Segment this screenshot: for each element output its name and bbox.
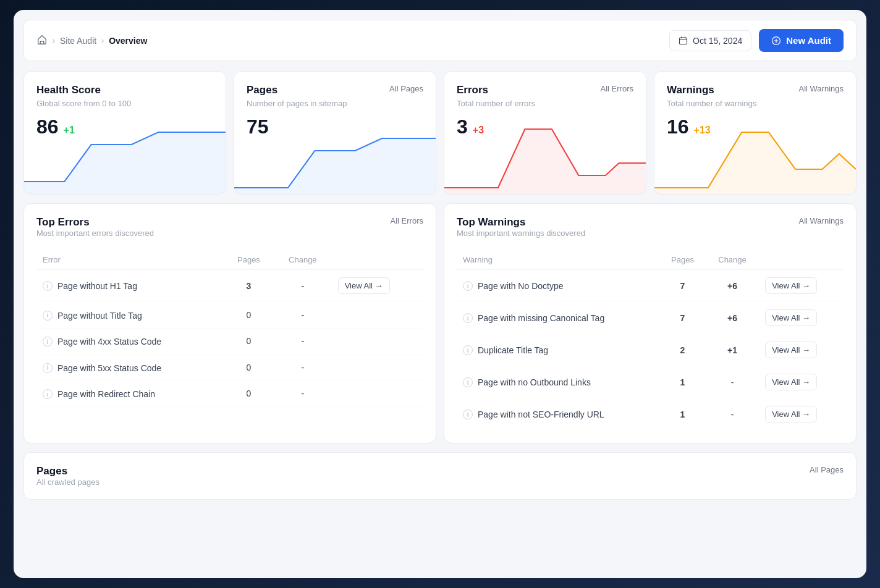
pages-link[interactable]: All Pages [389, 84, 423, 93]
info-icon: i [463, 281, 473, 291]
error-pages-cell: 0 [224, 302, 274, 329]
view-all-button[interactable]: View All → [765, 309, 817, 326]
table-row: i Page with 4xx Status Code 0 - [36, 328, 423, 355]
warning-action-cell: View All → [759, 398, 844, 430]
pages-section-header: Pages All crawled pages All Pages [36, 465, 844, 487]
warning-change-cell: +6 [706, 270, 759, 302]
warning-name: Duplicate Title Tag [478, 345, 548, 355]
health-score-chart [24, 120, 226, 194]
info-icon: i [43, 281, 53, 291]
warning-action-cell: View All → [759, 270, 844, 302]
warning-action-cell: View All → [759, 334, 844, 366]
warnings-col-warning: Warning [457, 250, 659, 270]
top-errors-section: Top Errors Most important errors discove… [23, 203, 436, 443]
errors-col-change: Change [274, 250, 332, 270]
health-score-header: Health Score [36, 84, 213, 96]
pages-subtitle: Number of pages in sitemap [247, 99, 423, 108]
warnings-card: Warnings All Warnings Total number of wa… [654, 71, 857, 195]
error-pages-cell: 0 [224, 380, 274, 407]
warning-pages-cell: 7 [659, 270, 706, 302]
header-right: Oct 15, 2024 New Audit [669, 29, 844, 52]
error-pages-cell: 0 [224, 355, 274, 381]
info-icon: i [43, 363, 53, 373]
warning-name-cell: i Page with missing Canonical Tag [457, 302, 659, 334]
warning-pages-cell: 1 [659, 366, 706, 398]
warning-pages-cell: 1 [659, 398, 706, 430]
table-row: i Page with not SEO-Friendly URL 1 - Vie… [457, 398, 844, 430]
svg-marker-5 [654, 132, 856, 194]
info-icon: i [463, 377, 473, 387]
view-all-button[interactable]: View All → [765, 277, 817, 294]
view-all-button[interactable]: View All → [338, 277, 390, 294]
warnings-title: Warnings [667, 84, 714, 96]
warning-change-cell: - [706, 366, 759, 398]
pages-section-link[interactable]: All Pages [810, 465, 844, 474]
top-warnings-header: Top Warnings Most important warnings dis… [457, 216, 844, 248]
top-warnings-title: Top Warnings [457, 216, 585, 229]
view-all-button[interactable]: View All → [765, 374, 817, 390]
table-row: i Page without H1 Tag 3 - View All → [36, 270, 423, 302]
warning-name: Page with missing Canonical Tag [478, 313, 604, 323]
pages-title: Pages [247, 84, 277, 96]
header: › Site Audit › Overview Oct 15, 2024 New… [23, 20, 857, 61]
error-change-cell: - [274, 328, 332, 355]
table-row: i Page with Redirect Chain 0 - [36, 380, 423, 407]
error-name-cell: i Page with 4xx Status Code [36, 328, 224, 355]
errors-col-pages: Pages [224, 250, 274, 270]
error-change-cell: - [274, 355, 332, 381]
pages-header: Pages All Pages [247, 84, 423, 96]
warnings-link[interactable]: All Warnings [799, 84, 844, 93]
info-icon: i [43, 311, 53, 321]
errors-table: Error Pages Change i Page without H1 Tag… [36, 250, 423, 407]
site-audit-link[interactable]: Site Audit [60, 36, 96, 46]
info-icon: i [463, 410, 473, 419]
errors-title: Errors [457, 84, 488, 96]
new-audit-button[interactable]: New Audit [759, 29, 844, 52]
top-warnings-link[interactable]: All Warnings [799, 216, 844, 225]
health-score-subtitle: Global score from 0 to 100 [36, 99, 213, 108]
errors-subtitle: Total number of errors [457, 99, 633, 108]
error-action-cell: View All → [332, 270, 423, 302]
top-errors-header: Top Errors Most important errors discove… [36, 216, 423, 248]
warnings-subtitle: Total number of warnings [667, 99, 844, 108]
table-row: i Page with No Doctype 7 +6 View All → [457, 270, 844, 302]
warning-name: Page with no Outbound Links [478, 377, 591, 387]
view-all-button[interactable]: View All → [765, 406, 817, 422]
warning-name: Page with not SEO-Friendly URL [478, 410, 604, 419]
error-name-cell: i Page without Title Tag [36, 302, 224, 329]
pages-section-title: Pages [36, 465, 99, 477]
new-audit-icon [771, 36, 781, 46]
warnings-header: Warnings All Warnings [667, 84, 844, 96]
error-action-cell [332, 380, 423, 407]
pages-chart [234, 120, 436, 194]
top-errors-link[interactable]: All Errors [391, 216, 423, 225]
pages-section-subtitle: All crawled pages [36, 477, 99, 487]
info-icon: i [43, 389, 53, 399]
warning-action-cell: View All → [759, 366, 844, 398]
error-name-cell: i Page with 5xx Status Code [36, 355, 224, 381]
health-score-card: Health Score Global score from 0 to 100 … [23, 71, 226, 195]
warning-pages-cell: 7 [659, 302, 706, 334]
warning-change-cell: - [706, 398, 759, 430]
svg-marker-4 [444, 129, 646, 194]
errors-link[interactable]: All Errors [601, 84, 633, 93]
warnings-chart [654, 120, 856, 194]
error-name: Page without H1 Tag [57, 281, 137, 291]
warning-change-cell: +6 [706, 302, 759, 334]
home-icon[interactable] [36, 34, 48, 47]
error-change-cell: - [274, 270, 332, 302]
error-change-cell: - [274, 302, 332, 329]
breadcrumb-sep-1: › [53, 36, 55, 45]
error-name: Page without Title Tag [57, 311, 142, 321]
warning-name-cell: i Duplicate Title Tag [457, 334, 659, 366]
metric-cards-row: Health Score Global score from 0 to 100 … [23, 71, 857, 195]
svg-marker-3 [234, 138, 436, 194]
error-action-cell [332, 302, 423, 329]
table-row: i Page with 5xx Status Code 0 - [36, 355, 423, 381]
view-all-button[interactable]: View All → [765, 342, 817, 358]
error-name: Page with 5xx Status Code [57, 363, 161, 373]
warning-name-cell: i Page with No Doctype [457, 270, 659, 302]
main-container: › Site Audit › Overview Oct 15, 2024 New… [14, 10, 866, 578]
health-score-title: Health Score [36, 84, 101, 96]
warning-name-cell: i Page with not SEO-Friendly URL [457, 398, 659, 430]
